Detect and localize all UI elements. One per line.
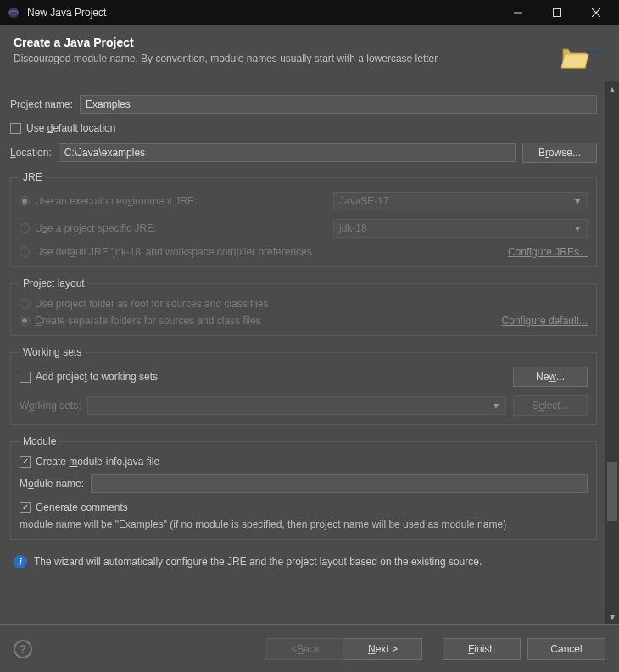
scroll-track[interactable] bbox=[605, 97, 619, 609]
layout-separate-radio[interactable]: Create separate folders for sources and … bbox=[20, 315, 261, 327]
wizard-header: Create a Java Project Discouraged module… bbox=[0, 25, 619, 81]
checkbox-icon bbox=[20, 372, 31, 383]
project-layout-group: Project layout Use project folder as roo… bbox=[10, 277, 597, 336]
eclipse-icon bbox=[7, 6, 20, 20]
info-icon: i bbox=[14, 555, 27, 568]
radio-icon bbox=[20, 196, 30, 206]
jre-project-select[interactable]: jdk-18 ▾ bbox=[333, 219, 588, 238]
configure-jres-link[interactable]: Configure JREs... bbox=[508, 246, 588, 258]
chevron-down-icon: ▾ bbox=[570, 193, 585, 209]
chevron-down-icon: ▾ bbox=[488, 398, 504, 413]
cancel-button[interactable]: Cancel bbox=[527, 638, 605, 660]
checkbox-icon bbox=[10, 123, 21, 134]
module-name-label: Module name: bbox=[20, 478, 84, 490]
working-sets-select[interactable]: ▾ bbox=[87, 396, 506, 415]
radio-icon bbox=[20, 223, 30, 233]
wizard-footer: ? < Back Next > Finish Cancel bbox=[0, 624, 619, 672]
add-to-working-sets-checkbox[interactable]: Add project to working sets bbox=[20, 371, 158, 383]
module-name-input[interactable] bbox=[91, 474, 588, 493]
info-message: i The wizard will automatically configur… bbox=[10, 550, 597, 570]
radio-icon bbox=[20, 316, 30, 326]
select-working-sets-button[interactable]: Select... bbox=[513, 395, 588, 416]
browse-button[interactable]: Browse... bbox=[522, 143, 597, 163]
checkbox-icon bbox=[20, 456, 31, 468]
svg-rect-3 bbox=[554, 9, 561, 17]
vertical-scrollbar[interactable]: ▴ ▾ bbox=[605, 81, 619, 624]
generate-comments-checkbox[interactable]: Generate comments bbox=[20, 501, 588, 513]
chevron-down-icon: ▾ bbox=[570, 221, 585, 236]
page-title: Create a Java Project bbox=[14, 36, 605, 49]
jre-default-radio[interactable]: Use default JRE 'jdk-18' and workspace c… bbox=[20, 246, 312, 258]
radio-icon bbox=[20, 247, 30, 257]
configure-default-link[interactable]: Configure default... bbox=[502, 315, 588, 327]
working-sets-group: Working sets Add project to working sets… bbox=[10, 346, 597, 425]
working-sets-legend: Working sets bbox=[20, 346, 85, 358]
location-input[interactable] bbox=[59, 143, 516, 162]
module-group: Module Create module-info.java file Modu… bbox=[10, 435, 597, 540]
scroll-thumb[interactable] bbox=[607, 462, 617, 521]
radio-icon bbox=[20, 299, 30, 309]
new-working-set-button[interactable]: New... bbox=[513, 367, 588, 387]
layout-legend: Project layout bbox=[20, 277, 88, 289]
jre-group: JRE Use an execution environment JRE: Ja… bbox=[10, 171, 597, 267]
location-label: Location: bbox=[10, 147, 52, 159]
page-subtitle: Discouraged module name. By convention, … bbox=[14, 53, 605, 64]
close-button[interactable] bbox=[577, 0, 616, 25]
window-title: New Java Project bbox=[27, 7, 499, 19]
minimize-button[interactable] bbox=[499, 0, 538, 25]
folder-icon bbox=[558, 31, 604, 76]
title-bar: New Java Project bbox=[0, 0, 619, 25]
use-default-location-checkbox[interactable]: Use default location bbox=[10, 122, 597, 134]
jre-legend: JRE bbox=[20, 171, 46, 183]
create-module-info-checkbox[interactable]: Create module-info.java file bbox=[20, 456, 588, 468]
svg-point-0 bbox=[8, 8, 19, 18]
working-sets-label: Working sets: bbox=[20, 400, 81, 412]
project-name-label: Project name: bbox=[10, 98, 73, 110]
layout-root-radio[interactable]: Use project folder as root for sources a… bbox=[20, 298, 588, 310]
scroll-down-icon[interactable]: ▾ bbox=[606, 611, 618, 623]
wizard-content: Project name: Use default location Locat… bbox=[0, 81, 605, 624]
scroll-up-icon[interactable]: ▴ bbox=[606, 83, 618, 95]
project-name-input[interactable] bbox=[80, 95, 597, 114]
help-icon[interactable]: ? bbox=[14, 640, 32, 658]
module-hint: module name will be "Examples" (if no mo… bbox=[20, 518, 588, 530]
next-button[interactable]: Next > bbox=[344, 638, 422, 660]
maximize-button[interactable] bbox=[538, 0, 577, 25]
back-button[interactable]: < Back bbox=[266, 638, 344, 660]
finish-button[interactable]: Finish bbox=[443, 638, 521, 660]
jre-env-radio[interactable]: Use an execution environment JRE: bbox=[20, 195, 197, 207]
jre-project-radio[interactable]: Use a project specific JRE: bbox=[20, 222, 156, 234]
module-legend: Module bbox=[20, 435, 59, 447]
jre-env-select[interactable]: JavaSE-17 ▾ bbox=[333, 192, 588, 210]
checkbox-icon bbox=[20, 502, 31, 513]
